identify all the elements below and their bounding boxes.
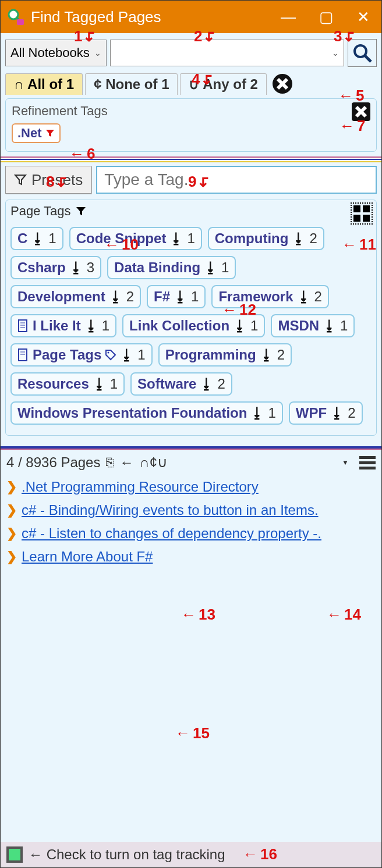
tag-chip[interactable]: F#⭳1 bbox=[147, 285, 206, 308]
scope-selector[interactable]: All Notebooks ⌄ bbox=[5, 40, 107, 66]
note-icon bbox=[17, 348, 29, 361]
download-icon: ⭳ bbox=[330, 405, 344, 421]
app-icon bbox=[5, 6, 26, 27]
download-icon: ⭳ bbox=[174, 289, 188, 305]
tag-count: 1 bbox=[110, 376, 118, 392]
tag-chip[interactable]: Page Tags⭳1 bbox=[10, 343, 153, 367]
download-icon: ⭳ bbox=[292, 230, 306, 247]
svg-point-14 bbox=[108, 352, 109, 354]
tag-chip[interactable]: Data Binding⭳1 bbox=[107, 256, 236, 279]
results-divider bbox=[1, 446, 381, 449]
result-link[interactable]: c# - Listen to changes of dependency pro… bbox=[22, 525, 321, 542]
download-icon: ⭳ bbox=[69, 259, 83, 276]
search-button[interactable] bbox=[348, 39, 377, 67]
result-link[interactable]: Learn More About F# bbox=[22, 549, 153, 565]
tag-label: Code Snippet bbox=[76, 230, 167, 247]
tag-count: 2 bbox=[348, 405, 355, 421]
svg-rect-7 bbox=[19, 320, 27, 332]
tag-count: 2 bbox=[309, 230, 317, 247]
bullet-icon: ❯ bbox=[6, 549, 17, 564]
tag-chip[interactable]: Link Collection⭳1 bbox=[122, 314, 265, 337]
copy-icon[interactable]: ⎘ bbox=[106, 455, 114, 470]
tag-chip[interactable]: Csharp⭳3 bbox=[10, 256, 101, 279]
tag-label: F# bbox=[154, 289, 170, 305]
footer-label: ← Check to turn on tag tracking bbox=[29, 846, 225, 863]
clear-all-filters-button[interactable] bbox=[271, 73, 293, 95]
tag-label: Resources bbox=[17, 376, 89, 392]
download-icon: ⭳ bbox=[250, 405, 264, 421]
tag-input[interactable] bbox=[96, 166, 377, 194]
tag-label: Computing bbox=[215, 230, 289, 247]
results-list: ❯.Net Programming Resource Directory❯c# … bbox=[1, 473, 381, 571]
presets-label: Presets bbox=[31, 171, 83, 189]
download-icon: ⭳ bbox=[233, 318, 247, 334]
bullet-icon: ❯ bbox=[6, 503, 17, 518]
tag-label: MSDN bbox=[278, 318, 319, 334]
search-combo[interactable]: ⌄ bbox=[110, 40, 344, 66]
tab-all[interactable]: ∩ All of 1 bbox=[5, 73, 83, 95]
tag-chip[interactable]: Code Snippet⭳1 bbox=[69, 227, 202, 250]
title-bar: Find Tagged Pages — ▢ ✕ bbox=[1, 1, 381, 33]
tag-chip[interactable]: Development⭳2 bbox=[10, 285, 141, 308]
tag-chip[interactable]: Software⭳2 bbox=[130, 372, 232, 396]
filter-icon bbox=[76, 206, 86, 216]
tag-chip[interactable]: Computing⭳2 bbox=[208, 227, 324, 250]
hamburger-menu-button[interactable] bbox=[359, 456, 376, 469]
tag-chip[interactable]: WPF⭳2 bbox=[289, 401, 363, 425]
download-icon: ⭳ bbox=[120, 347, 134, 363]
tab-any[interactable]: ∪ Any of 2 bbox=[180, 73, 266, 95]
result-link[interactable]: .Net Programming Resource Directory bbox=[22, 479, 259, 495]
search-icon bbox=[352, 43, 372, 63]
tag-count: 1 bbox=[268, 405, 275, 421]
tag-chip[interactable]: MSDN⭳1 bbox=[271, 314, 355, 337]
annotation-13: 13 bbox=[181, 606, 215, 624]
tag-chip[interactable]: Resources⭳1 bbox=[10, 372, 125, 396]
preset-row: Presets bbox=[1, 166, 381, 194]
svg-line-4 bbox=[365, 56, 371, 62]
tag-count: 2 bbox=[314, 289, 322, 305]
window-controls: — ▢ ✕ bbox=[281, 8, 377, 26]
result-item: ❯c# - Binding/Wiring events to button in… bbox=[6, 499, 376, 522]
minimize-button[interactable]: — bbox=[281, 8, 296, 26]
tab-all-label: ∩ All of 1 bbox=[14, 76, 74, 92]
close-button[interactable]: ✕ bbox=[357, 8, 370, 26]
maximize-button[interactable]: ▢ bbox=[319, 8, 334, 26]
clear-refinement-button[interactable] bbox=[351, 101, 372, 122]
tag-label: WPF bbox=[296, 405, 327, 421]
download-icon: ⭳ bbox=[169, 230, 183, 247]
filter-icon bbox=[45, 129, 55, 138]
download-icon: ⭳ bbox=[84, 318, 98, 334]
set-ops-label: ∩¢∪ bbox=[139, 454, 168, 471]
svg-rect-11 bbox=[19, 349, 27, 361]
tag-chip[interactable]: Windows Presentation Foundation⭳1 bbox=[10, 401, 283, 425]
back-arrow-icon[interactable]: ← bbox=[119, 454, 133, 471]
tab-none[interactable]: ¢ None of 1 bbox=[85, 73, 178, 95]
result-link[interactable]: c# - Binding/Wiring events to button in … bbox=[22, 502, 319, 518]
tag-chip[interactable]: C⭳1 bbox=[10, 227, 63, 250]
tag-label: Windows Presentation Foundation bbox=[17, 405, 247, 421]
presets-button[interactable]: Presets bbox=[5, 166, 91, 194]
dropdown-triangle-icon[interactable]: ▼ bbox=[342, 458, 349, 467]
grid-view-button[interactable] bbox=[351, 202, 373, 225]
tag-label: Data Binding bbox=[114, 259, 200, 276]
window-title: Find Tagged Pages bbox=[31, 8, 161, 26]
tag-count: 1 bbox=[250, 318, 258, 334]
tag-count: 2 bbox=[126, 289, 134, 305]
refinement-tag[interactable]: .Net bbox=[12, 123, 61, 143]
tag-count: 1 bbox=[191, 289, 199, 305]
search-toolbar: All Notebooks ⌄ ⌄ bbox=[1, 33, 381, 70]
tag-label: Software bbox=[137, 376, 196, 392]
tag-chip[interactable]: Programming⭳2 bbox=[158, 343, 292, 367]
tag-label: C bbox=[17, 230, 27, 247]
filter-tabs: ∩ All of 1 ¢ None of 1 ∪ Any of 2 bbox=[1, 70, 381, 98]
chevron-down-icon: ⌄ bbox=[332, 48, 339, 58]
tag-chip[interactable]: Framework⭳2 bbox=[211, 285, 328, 308]
tag-label: Csharp bbox=[17, 259, 66, 276]
tag-count: 1 bbox=[137, 347, 145, 363]
tag-tracking-checkbox[interactable] bbox=[6, 846, 23, 863]
tag-chip[interactable]: I Like It⭳1 bbox=[10, 314, 116, 337]
tag-label: Page Tags bbox=[33, 347, 101, 363]
bullet-icon: ❯ bbox=[6, 526, 17, 541]
section-divider bbox=[1, 156, 381, 162]
tag-count: 1 bbox=[187, 230, 194, 247]
